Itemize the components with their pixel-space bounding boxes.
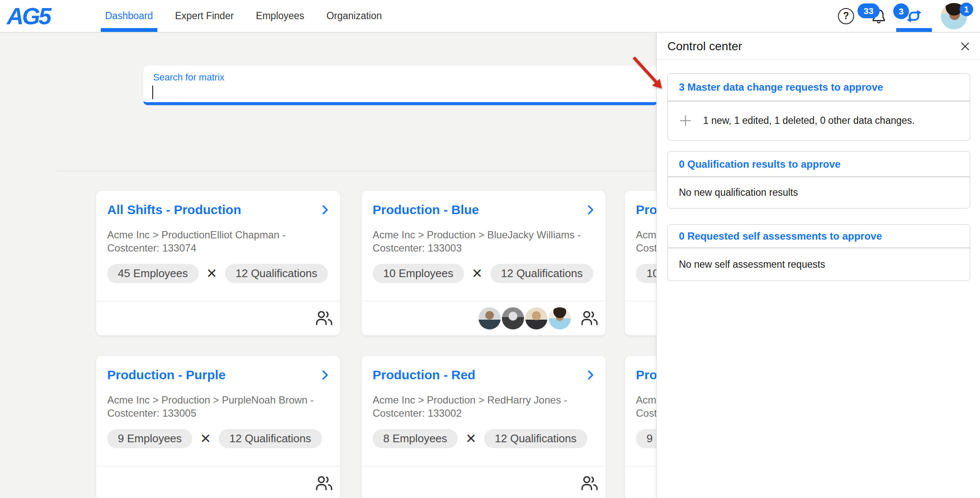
multiply-icon: ✕ bbox=[465, 431, 476, 446]
qualification-results-link[interactable]: 0 Qualification results to approve bbox=[679, 158, 840, 170]
self-assessments-link[interactable]: 0 Requested self assessments to approve bbox=[679, 230, 882, 242]
employee-avatar-stack bbox=[479, 307, 571, 329]
help-button[interactable]: ? bbox=[838, 0, 854, 32]
tab-expert-finder[interactable]: Expert Finder bbox=[174, 0, 236, 32]
qualifications-chip: 12 Qualifications bbox=[225, 264, 328, 283]
control-center-title: Control center bbox=[667, 40, 742, 53]
tab-employees[interactable]: Employees bbox=[254, 0, 306, 32]
employee-avatar bbox=[549, 307, 571, 329]
qualifications-chip: 12 Qualifications bbox=[484, 429, 587, 448]
qualifications-chip: 12 Qualifications bbox=[219, 429, 322, 448]
main-nav-tabs: Dashboard Expert Finder Employees Organi… bbox=[103, 0, 384, 32]
active-tab-underline bbox=[101, 28, 157, 32]
people-icon[interactable] bbox=[315, 309, 333, 327]
employees-chip: 8 Employees bbox=[373, 429, 458, 448]
tab-expert-finder-label: Expert Finder bbox=[175, 10, 234, 22]
tab-employees-label: Employees bbox=[256, 10, 305, 22]
close-button[interactable] bbox=[959, 40, 971, 53]
search-input-label: Search for matrix bbox=[153, 72, 225, 83]
matrix-card-title-row: All Shifts - Production bbox=[107, 203, 332, 217]
master-data-requests-summary-row[interactable]: 1 new, 1 edited, 1 deleted, 0 other data… bbox=[668, 101, 970, 140]
navbar-actions: ? 33 3 bbox=[838, 0, 967, 32]
plus-icon bbox=[679, 114, 692, 127]
people-icon[interactable] bbox=[580, 475, 599, 492]
matrix-card-title-link[interactable]: Production - Blue bbox=[373, 203, 479, 217]
control-center-active-underline bbox=[896, 28, 932, 32]
qualification-results-card: 0 Qualification results to approve No ne… bbox=[667, 151, 970, 209]
control-center-button[interactable]: 3 bbox=[903, 0, 925, 32]
matrix-card-all-shifts-production[interactable]: All Shifts - Production Acme Inc > Produ… bbox=[96, 191, 340, 335]
chevron-right-icon[interactable] bbox=[584, 368, 597, 382]
matrix-card-breadcrumb: Acme Inc > Production > PurpleNoah Brown… bbox=[107, 393, 338, 420]
multiply-icon: ✕ bbox=[200, 431, 211, 446]
notifications-button[interactable]: 33 bbox=[870, 0, 887, 32]
question-circle-icon: ? bbox=[838, 8, 854, 24]
tab-organization-label: Organization bbox=[326, 10, 382, 22]
people-icon[interactable] bbox=[315, 475, 333, 492]
matrix-card-chips: 9 Employees ✕ 12 Qualifications bbox=[107, 429, 322, 448]
matrix-card-title-row: Production - Red bbox=[373, 368, 597, 382]
matrix-card-title-link[interactable]: All Shifts - Production bbox=[107, 203, 241, 217]
notifications-badge: 33 bbox=[858, 3, 880, 18]
top-navbar: AG5 Dashboard Expert Finder Employees Or… bbox=[0, 0, 980, 33]
card-title-row: 0 Qualification results to approve bbox=[668, 152, 970, 177]
matrix-card-production-purple[interactable]: Production - Purple Acme Inc > Productio… bbox=[96, 356, 340, 498]
search-input[interactable]: Search for matrix bbox=[143, 66, 658, 105]
matrix-card-footer bbox=[96, 301, 340, 335]
matrix-card-footer bbox=[362, 466, 606, 498]
matrix-card-breadcrumb: Acme Inc > Production > BlueJacky Willia… bbox=[373, 228, 603, 255]
app-window: AG5 Dashboard Expert Finder Employees Or… bbox=[0, 0, 980, 498]
section-divider bbox=[57, 171, 656, 171]
matrix-card-title-link[interactable]: Production - Red bbox=[373, 368, 476, 382]
master-data-requests-link[interactable]: 3 Master data change requests to approve bbox=[679, 81, 883, 93]
matrix-card-production-blue[interactable]: Production - Blue Acme Inc > Production … bbox=[362, 191, 606, 335]
matrix-card-title-row: Production - Blue bbox=[373, 203, 597, 217]
chevron-right-icon[interactable] bbox=[584, 203, 597, 217]
chevron-right-icon[interactable] bbox=[318, 368, 332, 382]
matrix-card-breadcrumb: Acme Inc > Production > RedHarry Jones -… bbox=[373, 393, 603, 420]
employee-avatar bbox=[525, 307, 547, 329]
qualification-results-message: No new qualification results bbox=[679, 187, 798, 198]
multiply-icon: ✕ bbox=[206, 266, 217, 281]
card-title-row: 0 Requested self assessments to approve bbox=[668, 225, 970, 248]
qualification-results-body: No new qualification results bbox=[668, 177, 970, 208]
master-data-requests-summary: 1 new, 1 edited, 1 deleted, 0 other data… bbox=[703, 115, 914, 126]
qualifications-chip: 12 Qualifications bbox=[490, 264, 593, 283]
profile-button[interactable]: 1 bbox=[941, 0, 967, 32]
multiply-icon: ✕ bbox=[472, 266, 483, 281]
tab-dashboard-label: Dashboard bbox=[105, 10, 153, 22]
matrix-card-title-link[interactable]: Production - Purple bbox=[107, 368, 225, 382]
people-icon[interactable] bbox=[580, 309, 599, 327]
matrix-card-chips: 8 Employees ✕ 12 Qualifications bbox=[373, 429, 587, 448]
matrix-card-production-red[interactable]: Production - Red Acme Inc > Production >… bbox=[362, 356, 606, 498]
matrix-card-title-link[interactable]: Pro bbox=[636, 368, 657, 382]
matrix-card-title-row: Production - Purple bbox=[107, 368, 332, 382]
tab-dashboard[interactable]: Dashboard bbox=[103, 0, 155, 32]
chevron-right-icon[interactable] bbox=[318, 203, 332, 217]
matrix-card-chips: 10 Employees ✕ 12 Qualifications bbox=[373, 264, 593, 283]
employee-avatar bbox=[479, 307, 501, 329]
matrix-card-title-link[interactable]: Pro bbox=[636, 203, 657, 217]
annotation-arrow bbox=[625, 51, 676, 98]
matrix-card-footer bbox=[362, 301, 606, 335]
employee-avatar bbox=[502, 307, 524, 329]
profile-badge: 1 bbox=[960, 3, 973, 16]
close-icon bbox=[960, 41, 971, 52]
tab-organization[interactable]: Organization bbox=[325, 0, 383, 32]
matrix-card-footer bbox=[96, 466, 340, 498]
self-assessments-message: No new self assessment requests bbox=[679, 259, 825, 270]
self-assessments-card: 0 Requested self assessments to approve … bbox=[667, 224, 970, 281]
employees-chip: 10 Employees bbox=[373, 264, 464, 283]
employees-chip: 9 Employees bbox=[107, 429, 192, 448]
matrix-card-chips: 45 Employees ✕ 12 Qualifications bbox=[107, 264, 328, 283]
control-center-panel: Control center 3 Master data change requ… bbox=[656, 33, 980, 498]
self-assessments-body: No new self assessment requests bbox=[668, 248, 970, 280]
matrix-card-breadcrumb: Acme Inc > ProductionElliot Chapman - Co… bbox=[107, 228, 338, 255]
help-glyph: ? bbox=[843, 10, 849, 22]
control-center-badge: 3 bbox=[893, 3, 909, 19]
ag5-logo[interactable]: AG5 bbox=[7, 3, 50, 30]
card-title-row: 3 Master data change requests to approve bbox=[668, 74, 970, 101]
text-caret bbox=[152, 86, 153, 99]
master-data-requests-card: 3 Master data change requests to approve… bbox=[667, 73, 970, 140]
employees-chip: 45 Employees bbox=[107, 264, 199, 283]
